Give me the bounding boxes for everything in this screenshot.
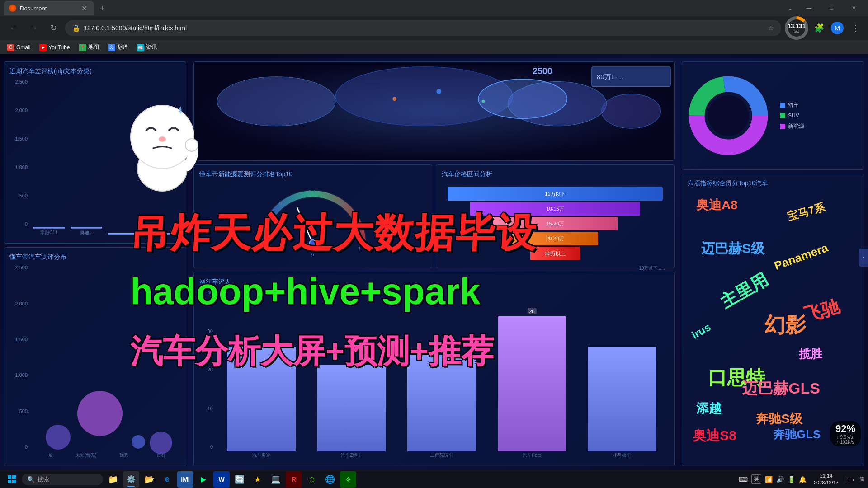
taskbar-file-explorer[interactable]: 📁 xyxy=(105,471,121,488)
bookmark-gmail[interactable]: G Gmail xyxy=(4,42,34,53)
price-title: 汽车价格区间分析 xyxy=(442,170,669,178)
bookmark-ditu[interactable]: 📍 地图 xyxy=(75,42,103,53)
gmail-icon: G xyxy=(7,44,14,51)
price-bar-0: 10万以下 xyxy=(448,187,663,201)
profile-avatar[interactable]: M xyxy=(831,22,844,34)
show-desktop-button[interactable]: ▭ xyxy=(846,476,854,483)
youtube-icon: ▶ xyxy=(39,44,47,51)
distribution-chart: 懂车帝汽车测评分布 2,500 2,000 1,500 1,000 500 0 xyxy=(4,247,186,466)
svg-text:2500: 2500 xyxy=(533,66,552,76)
svg-rect-27 xyxy=(8,475,11,479)
memory-unit: GB xyxy=(793,29,799,33)
taskbar-app-7[interactable]: 💻 xyxy=(268,471,284,488)
bookmark-zixun[interactable]: 📰 资讯 xyxy=(133,42,160,53)
reviewer-col-3: 28 汽车Hero xyxy=(489,290,575,459)
close-button[interactable]: ✕ xyxy=(844,0,864,16)
taskbar-app-5[interactable]: 🔄 xyxy=(231,471,248,488)
fanyi-icon: 文 xyxy=(108,44,115,51)
svg-point-3 xyxy=(602,94,661,128)
legend-label-2: 新能源 xyxy=(788,122,804,130)
address-bar[interactable]: 🔒 127.0.0.1:5000/static/html/index.html … xyxy=(65,20,781,36)
reviewer-bar-4 xyxy=(588,347,656,451)
reviewer-col-4: 小号搞车 xyxy=(579,290,665,459)
search-bar[interactable]: 🔍 搜索 xyxy=(22,474,103,485)
app-7-icon: 💻 xyxy=(271,474,281,484)
reviewer-y-2: 20 xyxy=(199,367,213,372)
network-speed: 92% ↓ 9.9K/s ↑ 102K/s xyxy=(830,421,861,446)
wc-word-14: 奔驰GLS xyxy=(773,427,821,442)
expand-button[interactable]: › xyxy=(859,249,868,267)
bookmark-youtube[interactable]: ▶ YouTube xyxy=(36,42,73,53)
taskbar-edge[interactable]: e xyxy=(159,471,175,488)
map-svg: 2500 80万L-... xyxy=(194,62,674,160)
svg-rect-29 xyxy=(8,480,11,483)
app-2-icon: IMI xyxy=(181,476,189,483)
taskbar-app-8[interactable]: R xyxy=(286,471,302,488)
search-text: 搜索 xyxy=(38,475,49,483)
reviewer-name-3: 汽车Hero xyxy=(523,452,542,459)
back-button[interactable]: ← xyxy=(5,20,22,36)
reviewer-bar-2 xyxy=(407,355,476,451)
y-label-2: 1,500 xyxy=(9,136,28,141)
extensions-button[interactable]: 🧩 xyxy=(812,21,826,35)
tab-area: Document ✕ + xyxy=(4,1,788,15)
window-dropdown-button[interactable]: ⌄ xyxy=(788,5,793,12)
edge-icon: e xyxy=(165,474,170,484)
reviewer-bar-0 xyxy=(227,347,296,451)
svg-text:0.6: 0.6 xyxy=(338,201,344,206)
menu-button[interactable]: ⋮ xyxy=(848,21,863,35)
keyboard-icon: ⌨ xyxy=(739,476,748,483)
taskbar-app-6[interactable]: ★ xyxy=(250,471,266,488)
reviewer-bars: 40 30 20 10 0 汽车网评 汽车Z博士 xyxy=(199,290,669,459)
taskbar-app-2[interactable]: IMI xyxy=(177,471,193,488)
minimize-button[interactable]: — xyxy=(798,0,819,16)
dist-content: 2,500 2,000 1,500 1,000 500 0 xyxy=(9,265,180,459)
maximize-button[interactable]: □ xyxy=(821,0,842,16)
taskbar-app-9[interactable]: ⬡ xyxy=(304,471,320,488)
y-label-0: 2,500 xyxy=(9,79,28,84)
new-tab-button[interactable]: + xyxy=(96,2,108,14)
taskbar-app-10[interactable]: 🌐 xyxy=(322,471,338,488)
notification-icon: 🔔 xyxy=(799,476,807,483)
forward-button[interactable]: → xyxy=(25,20,42,36)
bookmark-fanyi[interactable]: 文 翻译 xyxy=(104,42,132,53)
start-button[interactable] xyxy=(4,471,20,488)
profile-button[interactable]: M xyxy=(830,21,844,35)
taskbar-chrome[interactable]: ⚙️ xyxy=(123,471,139,488)
svg-point-22 xyxy=(708,95,749,136)
app-9-icon: ⬡ xyxy=(309,476,315,483)
reviewer-y-0: 40 xyxy=(199,290,213,295)
download-speed: 9.9K/s xyxy=(840,435,853,440)
reviewer-bars-inner: 汽车网评 汽车Z博士 二师兄玩车 28 汽车Hero xyxy=(203,290,665,459)
wc-word-7: 飞驰 xyxy=(801,294,843,327)
reviewer-col-1: 汽车Z博士 xyxy=(309,290,395,459)
taskbar-app-4[interactable]: W xyxy=(213,471,230,488)
tab-close-button[interactable]: ✕ xyxy=(80,4,89,13)
taskbar-app-1[interactable]: 📂 xyxy=(141,471,157,488)
wordcloud-title: 六项指标综合得分Top10汽车 xyxy=(688,179,859,188)
volume-icon: 🔊 xyxy=(776,476,784,483)
y-label-3: 1,000 xyxy=(9,164,28,170)
ime-indicator[interactable]: 英 xyxy=(751,474,761,484)
star-icon[interactable]: ☆ xyxy=(768,24,774,32)
reviews-chart-title: 近期汽车差评榜(nlp文本分类) xyxy=(9,67,180,75)
price-panel: 汽车价格区间分析 10万以下 10-15万 15-20万 20-30万 xyxy=(436,164,675,268)
clock-date: 2023/12/17 xyxy=(814,479,839,486)
taskbar-app-3[interactable]: ▶ xyxy=(195,471,212,488)
taskbar: 🔍 搜索 📁 ⚙️ 📂 e IMI ▶ W 🔄 ★ 💻 R ⬡ 🌐 ⚙ xyxy=(0,470,868,488)
gauge-svg: 0 0.2 0.4 0.6 1 6 xyxy=(250,180,376,257)
memory-value: 13.131 xyxy=(788,23,806,29)
reviewer-name-0: 汽车网评 xyxy=(252,452,270,459)
bubble-1 xyxy=(77,391,123,436)
taskbar-app-11[interactable]: ⚙ xyxy=(340,471,356,488)
app-6-icon: ★ xyxy=(254,474,261,484)
battery-icon: 🔋 xyxy=(788,476,795,483)
wc-word-9: 揽胜 xyxy=(799,346,822,362)
reviewer-name-2: 二师兄玩车 xyxy=(430,452,453,459)
active-tab[interactable]: Document ✕ xyxy=(4,1,94,15)
taskbar-right: ⌨ 英 📶 🔊 🔋 🔔 21:14 2023/12/17 ▭ 简 xyxy=(739,473,864,486)
reload-button[interactable]: ↻ xyxy=(45,20,61,36)
y-axis: 2,500 2,000 1,500 1,000 500 0 xyxy=(9,79,28,227)
clock[interactable]: 21:14 2023/12/17 xyxy=(810,473,842,486)
wordcloud-content: 奥迪A8 迈巴赫S级 宝马7系 Panamera 主里用 irus 幻影 飞驰 … xyxy=(688,191,859,459)
